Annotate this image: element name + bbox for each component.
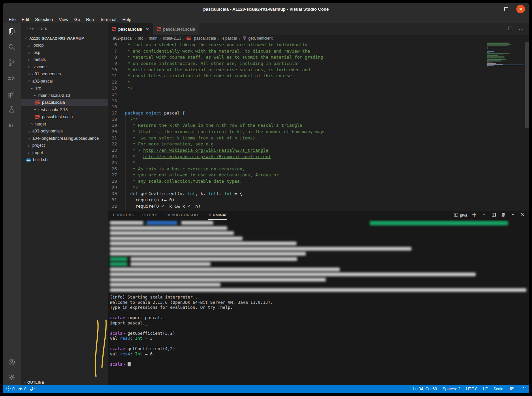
panel-tab-output[interactable]: OUTPUT (143, 211, 158, 220)
tree-item-a1120-scala2-r01-warmup[interactable]: ›A1120-SCALA2-R01-WARMUP (21, 35, 108, 42)
outline-section[interactable]: › OUTLINE (21, 379, 108, 385)
debug-alt-icon (30, 386, 35, 392)
activity-search[interactable] (3, 39, 21, 55)
kill-terminal[interactable] (501, 212, 506, 218)
close-button[interactable]: ✕ (516, 5, 525, 13)
code-line-29: 29 */ (108, 185, 485, 191)
breadcrumb-label: src (138, 36, 143, 41)
terminal-line: scala> getCoefficient(3,2) (110, 331, 529, 336)
editor-scrollbar[interactable] (525, 42, 529, 211)
tree-item-label: pascal.test.scala (42, 114, 73, 119)
status-errors[interactable]: 0 (6, 386, 15, 392)
breadcrumb-pascal[interactable]: {}pascal (222, 36, 237, 41)
tab-pascal.scala[interactable]: pascal.scala✕ (108, 23, 153, 35)
activity-settings[interactable] (3, 370, 21, 385)
activity-source-control[interactable] (3, 55, 21, 70)
activity-metals[interactable]: m (3, 117, 21, 133)
menu-selection[interactable]: Selection (32, 17, 56, 22)
tree-item-a04-longestincreasingsubsequence[interactable]: ›a04-longestIncreasingSubsequence (21, 135, 108, 142)
tab-pascal.test.scala[interactable]: pascal.test.scala (153, 23, 199, 35)
tree-item-pascal.scala[interactable]: pascal.scala (21, 99, 108, 106)
line-number: 24 (108, 154, 117, 160)
tree-item-.bsp[interactable]: ›.bsp (21, 49, 108, 56)
panel-tab-debug-console[interactable]: DEBUG CONSOLE (167, 211, 200, 220)
scrollbar-thumb[interactable] (525, 42, 529, 128)
breadcrumb-label: main (149, 36, 157, 41)
breadcrumb-separator: › (135, 36, 136, 41)
more-actions-icon[interactable]: ⋯ (98, 26, 103, 32)
status-debug-status[interactable] (30, 386, 35, 392)
tree-item-a03-polynomials[interactable]: ›a03-polynomials (21, 128, 108, 135)
breadcrumb-scala-2.13[interactable]: scala-2.13 (163, 36, 181, 41)
split-editor-icon[interactable] (507, 26, 513, 33)
activity-extensions[interactable] (3, 86, 21, 101)
code-line-16: 16 (108, 104, 485, 110)
close-tab-icon[interactable]: ✕ (146, 27, 149, 32)
tree-item-.vscode[interactable]: ›.vscode (21, 63, 108, 71)
new-terminal[interactable] (472, 212, 477, 218)
breadcrumb-pascal.scala[interactable]: pascal.scala (187, 36, 216, 41)
status-warnings[interactable]: 0 (18, 386, 27, 392)
tree-item-a02-pascal[interactable]: ›a02-pascal (21, 78, 108, 85)
maximize-button[interactable] (504, 7, 508, 11)
tree-item-test-scala-2.13[interactable]: ›test / scala-2.13 (21, 106, 108, 113)
minimap-line (487, 60, 501, 61)
status-notifications[interactable] (520, 386, 525, 392)
menu-help[interactable]: Help (119, 17, 134, 22)
line-number: 8 (108, 54, 117, 61)
activity-testing[interactable] (3, 101, 21, 117)
maximize-panel[interactable] (510, 212, 516, 218)
status-eol[interactable]: LF (483, 387, 488, 391)
minimize-button[interactable] (492, 9, 496, 9)
more-icon[interactable]: ⋯ (518, 26, 524, 32)
tree-item-.bloop[interactable]: ›.bloop (21, 42, 108, 49)
breadcrumb-label: getCoefficient (248, 36, 272, 41)
status-feedback[interactable] (509, 386, 514, 392)
menu-terminal[interactable]: Terminal (97, 17, 119, 22)
menu-edit[interactable]: Edit (19, 17, 32, 22)
breadcrumb-src[interactable]: src (138, 36, 143, 41)
status-language-mode[interactable]: Scala (493, 387, 503, 391)
tree-item-a01-sequences[interactable]: ›a01-sequences (21, 71, 108, 78)
launch-profile[interactable] (481, 212, 487, 218)
tree-item-target[interactable]: ›target (21, 149, 108, 156)
status-indentation[interactable]: Spaces: 2 (443, 387, 460, 391)
menu-run[interactable]: Run (83, 17, 97, 22)
activity-explorer[interactable] (3, 23, 21, 39)
window-controls: ✕ (492, 5, 529, 13)
status-cursor-position[interactable]: Ln 34, Col 60 (413, 387, 437, 391)
tree-item-src[interactable]: ›src (21, 85, 108, 92)
minimap[interactable] (487, 43, 524, 67)
breadcrumb-main[interactable]: main (149, 36, 157, 41)
tree-item-project[interactable]: ›project (21, 142, 108, 149)
tree-item-label: .bsp (32, 50, 40, 55)
panel-tab-terminal[interactable]: TERMINAL (208, 211, 227, 220)
gear-icon (7, 373, 16, 382)
terminal[interactable]: [info] Starting scala interpreter...Welc… (108, 220, 529, 385)
close-panel[interactable] (520, 212, 525, 218)
menu-view[interactable]: View (56, 17, 71, 22)
breadcrumb-getCoefficient[interactable]: getCoefficient (242, 36, 272, 41)
menu-file[interactable]: File (6, 17, 19, 22)
breadcrumb-a02-pascal[interactable]: a02-pascal (113, 36, 133, 41)
tree-item-build.sbt[interactable]: build.sbt (21, 156, 108, 164)
status-encoding[interactable]: UTF-8 (466, 387, 477, 391)
terminal-line (110, 341, 529, 346)
activity-accounts[interactable] (3, 354, 21, 370)
shell-selector[interactable]: java (453, 212, 467, 218)
tree-item-target[interactable]: ›target (21, 120, 108, 128)
editor[interactable]: 6 * that as a student taking the course … (108, 42, 529, 211)
split-terminal[interactable] (491, 212, 496, 218)
menu-go[interactable]: Go (71, 17, 83, 22)
tree-item-main-scala-2.13[interactable]: ›main / scala-2.13 (21, 92, 108, 99)
breadcrumb-label: pascal.scala (194, 36, 216, 41)
chevron-down-icon (481, 212, 487, 218)
activity-run-and-debug[interactable] (3, 70, 21, 86)
tree-item-.metals[interactable]: ›.metals (21, 56, 108, 64)
tree-item-label: a03-polynomials (32, 129, 63, 133)
line-number: 30 (108, 191, 117, 197)
panel-tab-problems[interactable]: PROBLEMS (113, 211, 134, 220)
tree-item-pascal.test.scala[interactable]: pascal.test.scala (21, 113, 108, 121)
svg-text:m: m (9, 122, 13, 128)
chevron-right-icon: › (26, 150, 32, 155)
